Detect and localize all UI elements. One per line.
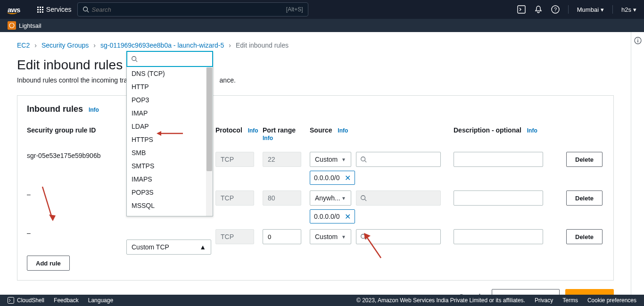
nav-divider: [568, 5, 569, 14]
nav-divider: [612, 5, 613, 14]
services-label: Services: [46, 6, 72, 13]
svg-text:?: ?: [554, 7, 557, 12]
account-menu[interactable]: h2s▾: [621, 6, 636, 13]
global-nav: aws Services [Alt+S] ? Mumbai▾ h2s▾: [0, 0, 644, 19]
caret-down-icon: ▾: [633, 6, 636, 13]
search-input[interactable]: [92, 6, 286, 13]
lightsail-shortcut[interactable]: Lightsail: [8, 21, 41, 30]
lightsail-label: Lightsail: [19, 22, 41, 29]
svg-line-1: [87, 11, 89, 13]
svg-point-0: [83, 7, 87, 11]
help-icon[interactable]: ?: [551, 5, 560, 14]
global-search[interactable]: [Alt+S]: [77, 2, 308, 17]
cloudshell-top-icon[interactable]: [517, 5, 526, 14]
region-label: Mumbai: [577, 6, 599, 13]
lightsail-icon: [8, 21, 16, 30]
grid-icon: [37, 7, 43, 13]
favorites-bar: Lightsail: [0, 19, 644, 32]
bell-icon[interactable]: [534, 5, 543, 14]
account-label: h2s: [621, 6, 631, 13]
search-icon: [83, 6, 89, 13]
svg-rect-2: [518, 6, 525, 13]
nav-right: ? Mumbai▾ h2s▾: [517, 5, 636, 14]
caret-down-icon: ▾: [601, 6, 604, 13]
search-shortcut: [Alt+S]: [286, 6, 303, 13]
region-selector[interactable]: Mumbai▾: [577, 6, 604, 13]
services-menu[interactable]: Services: [37, 6, 72, 13]
svg-point-5: [9, 23, 14, 28]
aws-logo[interactable]: aws: [8, 6, 31, 14]
